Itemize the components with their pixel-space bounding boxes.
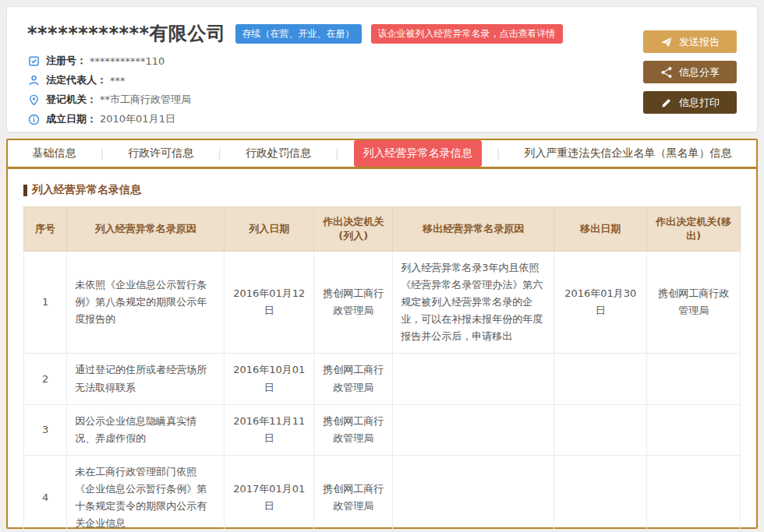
status-badge: 存续（在营、开业、在册） (235, 24, 362, 44)
section-title: 列入经营异常名录信息 (23, 183, 741, 197)
table-row: 4未在工商行政管理部门依照《企业信息公示暂行条例》第十条规定责令的期限内公示有关… (24, 455, 741, 532)
info-line: 注册号：***********110 (27, 54, 563, 68)
table-cell: 3 (24, 404, 67, 455)
info-label: 登记机关： (46, 93, 97, 107)
abnormal-list-section: 列入经营异常名录信息 序号列入经营异常名录原因列入日期作出决定机关(列入)移出经… (8, 169, 756, 532)
table-cell: 2 (24, 354, 67, 404)
tab-0[interactable]: 基础信息 (23, 140, 86, 167)
company-info-list: 注册号：***********110法定代表人：***登记机关：**市工商行政管… (27, 54, 563, 126)
table-cell: 携创网工商行政管理局 (314, 404, 393, 455)
table-cell: 2016年11月11日 (225, 404, 314, 455)
table-cell: 2016年01月12日 (225, 252, 314, 354)
table-cell: 因公示企业信息隐瞒真实情况、弄虚作假的 (67, 404, 225, 455)
table-cell: 2017年01月01日 (225, 455, 314, 532)
table-header-row: 序号列入经营异常名录原因列入日期作出决定机关(列入)移出经营异常名录原因移出日期… (24, 207, 741, 252)
section-title-bar-icon (23, 185, 27, 196)
column-header: 移出日期 (554, 207, 647, 252)
info-label: 成立日期： (46, 112, 97, 126)
table-cell: 通过登记的住所或者经营场所无法取得联系 (67, 354, 225, 404)
table-cell (554, 404, 647, 455)
column-header: 作出决定机关(移出) (647, 207, 741, 252)
company-info-block: ************有限公司 存续（在营、开业、在册） 该企业被列入经营异常… (27, 21, 563, 119)
section-title-text: 列入经营异常名录信息 (32, 183, 141, 197)
tab-divider: | (218, 147, 221, 160)
table-cell: 2016年10月01日 (225, 354, 314, 404)
column-header: 作出决定机关(列入) (314, 207, 393, 252)
table-cell (393, 404, 554, 455)
info-value: *** (110, 75, 126, 86)
column-header: 移出经营异常名录原因 (393, 207, 554, 252)
table-row: 1未依照《企业信息公示暂行条例》第八条规定的期限公示年度报告的2016年01月1… (24, 252, 741, 354)
action-button-label: 信息打印 (679, 96, 720, 110)
company-header-card: ************有限公司 存续（在营、开业、在册） 该企业被列入经营异常… (6, 6, 758, 132)
info-label: 注册号： (46, 54, 87, 68)
tab-3[interactable]: 列入经营异常名录信息 (354, 140, 482, 167)
location-icon (27, 93, 40, 106)
table-cell (554, 354, 647, 404)
info-label: 法定代表人： (46, 73, 107, 87)
table-cell: 1 (24, 252, 67, 354)
action-buttons: 发送报告信息分享信息打印 (643, 21, 737, 119)
tab-2[interactable]: 行政处罚信息 (236, 140, 320, 167)
info-value: **市工商行政管理局 (100, 93, 191, 107)
tab-divider: | (335, 147, 339, 160)
info-line: 登记机关：**市工商行政管理局 (27, 93, 563, 107)
table-cell (647, 354, 741, 404)
tab-divider: | (497, 147, 500, 160)
action-button-label: 信息分享 (679, 65, 720, 79)
table-cell: 携创网工商行政管理局 (314, 455, 393, 532)
table-cell: 携创网工商行政管理局 (314, 252, 393, 354)
table-cell (647, 455, 741, 532)
info-icon (27, 113, 40, 125)
table-cell (554, 455, 647, 532)
table-cell: 未依照《企业信息公示暂行条例》第八条规定的期限公示年度报告的 (67, 252, 225, 354)
send-report-button[interactable]: 发送报告 (643, 30, 737, 53)
company-title-row: ************有限公司 存续（在营、开业、在册） 该企业被列入经营异常… (27, 21, 563, 46)
table-cell: 4 (24, 455, 67, 532)
abnormal-records-table: 序号列入经营异常名录原因列入日期作出决定机关(列入)移出经营异常名录原因移出日期… (23, 206, 741, 532)
table-row: 3因公示企业信息隐瞒真实情况、弄虚作假的2016年11月11日携创网工商行政管理… (24, 404, 741, 455)
info-value: 2010年01月1日 (100, 112, 175, 126)
info-line: 法定代表人：*** (27, 73, 563, 87)
table-row: 2通过登记的住所或者经营场所无法取得联系2016年10月01日携创网工商行政管理… (24, 354, 741, 404)
table-cell (393, 354, 554, 404)
pencil-icon (660, 97, 673, 109)
share-info-button[interactable]: 信息分享 (643, 61, 737, 83)
tab-divider: | (101, 147, 104, 160)
table-cell (393, 455, 554, 532)
certificate-icon (27, 55, 40, 67)
table-cell: 列入经营异常名录3年内且依照《经营异常名录管理办法》第六规定被列入经营异常名录的… (393, 252, 554, 354)
abnormal-warning-badge[interactable]: 该企业被列入经营异常名录，点击查看详情 (371, 24, 563, 44)
share-icon (660, 66, 673, 79)
column-header: 列入日期 (225, 207, 314, 252)
tab-bar: 基础信息|行政许可信息|行政处罚信息|列入经营异常名录信息|列入严重违法失信企业… (8, 140, 756, 169)
company-name: ************有限公司 (27, 21, 226, 46)
person-icon (27, 74, 40, 86)
column-header: 列入经营异常名录原因 (67, 207, 225, 252)
table-cell (647, 404, 741, 455)
column-header: 序号 (24, 207, 67, 252)
tab-4[interactable]: 列入严重违法失信企业名单（黑名单）信息 (515, 140, 741, 167)
table-cell: 携创网工商行政管理局 (314, 354, 393, 404)
print-info-button[interactable]: 信息打印 (643, 91, 737, 114)
table-cell: 未在工商行政管理部门依照《企业信息公示暂行条例》第十条规定责令的期限内公示有关企… (67, 455, 225, 532)
tab-1[interactable]: 行政许可信息 (118, 140, 203, 167)
info-line: 成立日期：2010年01月1日 (27, 112, 563, 126)
action-button-label: 发送报告 (679, 35, 720, 49)
info-value: ***********110 (90, 55, 164, 67)
table-cell: 2016年01月30日 (554, 252, 647, 354)
table-cell: 携创网工商行政管理局 (647, 252, 741, 354)
send-icon (660, 36, 673, 48)
detail-card: 基础信息|行政许可信息|行政处罚信息|列入经营异常名录信息|列入严重违法失信企业… (6, 139, 758, 529)
